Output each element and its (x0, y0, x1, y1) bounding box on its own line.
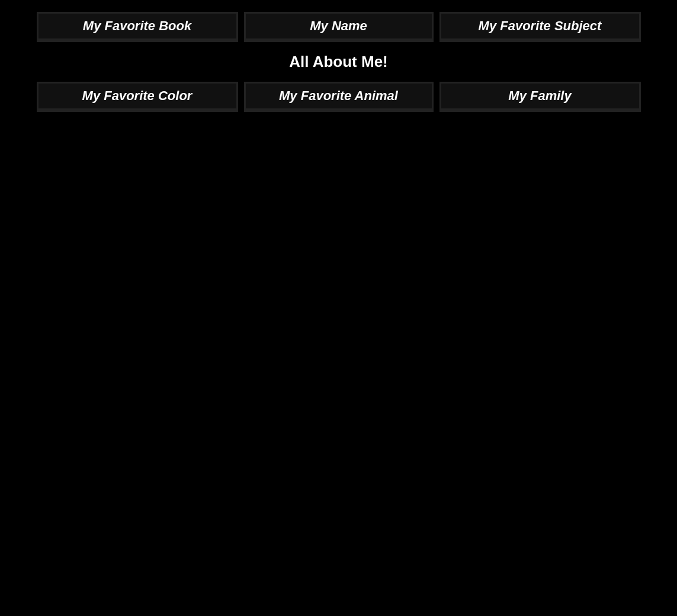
panel-animal: My Favorite Animal (244, 82, 434, 112)
all-about-me-title: All About Me! (289, 48, 388, 76)
top-row: My Favorite Book (13, 12, 665, 42)
panel-color-title: My Favorite Color (38, 84, 236, 110)
panel-subject: My Favorite Subject (439, 12, 641, 42)
bottom-row: My Favorite Color (13, 82, 665, 112)
panel-family-title: My Family (441, 84, 639, 110)
page-wrapper: My Favorite Book (0, 0, 677, 616)
panel-name-title: My Name (246, 14, 432, 40)
panel-name: My Name (244, 12, 434, 42)
panel-family: My Family (439, 82, 641, 112)
panel-book-title: My Favorite Book (38, 14, 236, 40)
bottom-center-col: My Favorite Animal (244, 82, 434, 112)
panel-color-container: My Favorite Color (37, 82, 238, 112)
panel-subject-container: My Favorite Subject (439, 12, 641, 42)
panel-family-container: My Family (439, 82, 641, 112)
panel-book-container: My Favorite Book (37, 12, 238, 42)
panel-animal-title: My Favorite Animal (246, 84, 432, 110)
panel-subject-title: My Favorite Subject (441, 14, 639, 40)
panel-book: My Favorite Book (37, 12, 238, 42)
panel-color: My Favorite Color (37, 82, 238, 112)
top-center-col: My Name (244, 12, 434, 42)
